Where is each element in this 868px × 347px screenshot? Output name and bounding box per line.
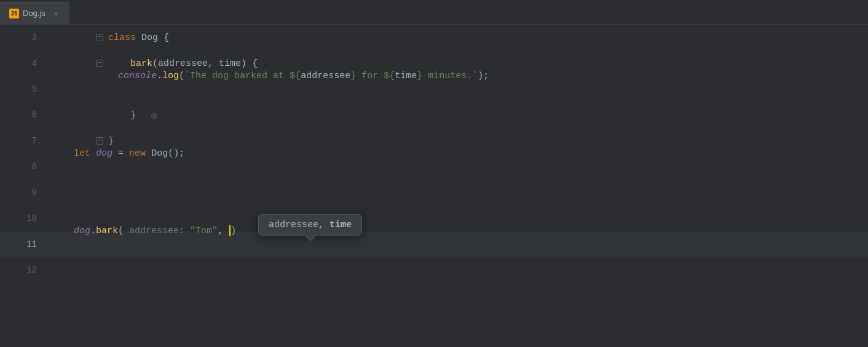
- tab-dog-js[interactable]: JS Dog.js ×: [0, 2, 69, 24]
- tab-close-button[interactable]: ×: [52, 9, 60, 18]
- line-number-6: 6: [0, 102, 49, 128]
- tooltip-content: addressee, time: [258, 214, 362, 236]
- line-number-10: 10: [0, 205, 49, 231]
- line-number-12: 12: [0, 257, 49, 283]
- code-content: 3 − class Dog { 4 − bark(addressee, time…: [0, 25, 868, 347]
- line-number-9: 9: [0, 180, 49, 205]
- code-line-11: 11 dog.bark( addressee: "Tom", ): [0, 231, 868, 257]
- tooltip-text-normal: addressee,: [269, 220, 329, 230]
- line-number-3: 3: [0, 25, 49, 50]
- code-editor: 3 − class Dog { 4 − bark(addressee, time…: [0, 25, 868, 347]
- line-number-4: 4: [0, 50, 49, 76]
- tab-filename: Dog.js: [23, 9, 45, 18]
- tab-file-icon: JS: [9, 9, 19, 18]
- code-line-8: 8 let dog = new Dog();: [0, 154, 868, 180]
- line-number-7: 7: [0, 128, 49, 154]
- tooltip-text-bold: time: [329, 220, 352, 230]
- line-number-5: 5: [0, 76, 49, 102]
- code-line-12: 12: [0, 257, 868, 283]
- tab-bar: JS Dog.js ×: [0, 0, 868, 25]
- parameter-hint-tooltip: addressee, time: [258, 214, 362, 236]
- line-number-8: 8: [0, 154, 49, 180]
- code-line-9: 9: [0, 180, 868, 205]
- line-number-11: 11: [0, 231, 49, 257]
